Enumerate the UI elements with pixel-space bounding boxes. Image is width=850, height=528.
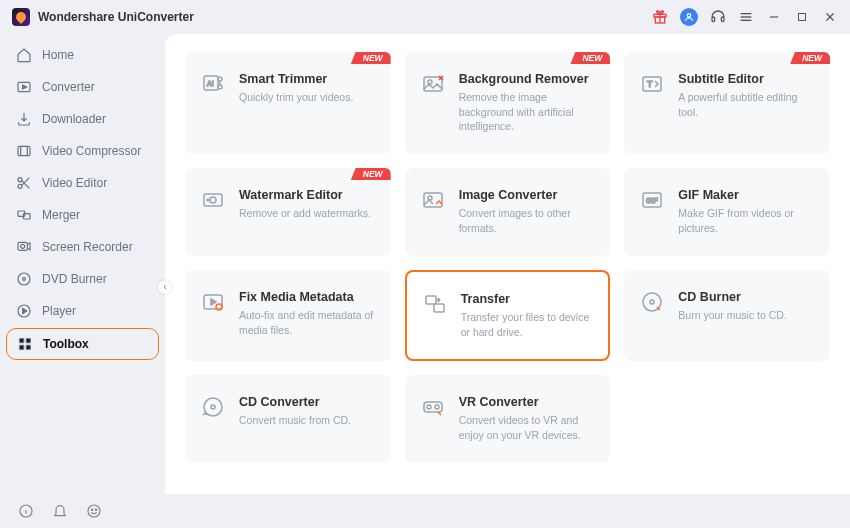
svg-point-36 <box>218 77 222 81</box>
tool-desc: Transfer your files to device or hard dr… <box>461 310 593 339</box>
image-convert-icon <box>421 188 445 212</box>
svg-point-62 <box>427 405 431 409</box>
tool-text: CD BurnerBurn your music to CD. <box>678 290 814 323</box>
sidebar-item-merger[interactable]: Merger <box>6 200 159 230</box>
tool-text: Background RemoverRemove the image backg… <box>459 72 595 134</box>
footer-bar <box>0 494 165 528</box>
sidebar-item-label: Video Editor <box>42 176 107 190</box>
tool-title: Transfer <box>461 292 593 306</box>
svg-text:AI: AI <box>207 80 214 87</box>
close-button[interactable] <box>822 9 838 25</box>
svg-point-46 <box>210 197 216 203</box>
svg-rect-33 <box>26 345 30 349</box>
sidebar-item-home[interactable]: Home <box>6 40 159 70</box>
tool-text: CD ConverterConvert music from CD. <box>239 395 375 428</box>
sidebar-item-label: Screen Recorder <box>42 240 133 254</box>
tool-text: VR ConverterConvert videos to VR and enj… <box>459 395 595 442</box>
tool-card-cd-converter[interactable]: CD ConverterConvert music from CD. <box>185 375 391 463</box>
info-icon[interactable] <box>18 503 34 519</box>
account-icon[interactable] <box>680 8 698 26</box>
tool-desc: Remove or add watermarks. <box>239 206 375 221</box>
sidebar-item-converter[interactable]: Converter <box>6 72 159 102</box>
tool-card-vr-converter[interactable]: VR ConverterConvert videos to VR and enj… <box>405 375 611 463</box>
sidebar-collapse-button[interactable]: ‹ <box>158 280 172 294</box>
download-icon <box>16 111 32 127</box>
svg-rect-5 <box>721 17 724 22</box>
svg-point-60 <box>211 405 215 409</box>
tool-title: Image Converter <box>459 188 595 202</box>
sidebar-item-label: Video Compressor <box>42 144 141 158</box>
svg-point-59 <box>204 398 222 416</box>
sidebar-item-screen-recorder[interactable]: Screen Recorder <box>6 232 159 262</box>
tool-card-watermark-editor[interactable]: NEWWatermark EditorRemove or add waterma… <box>185 168 391 256</box>
tool-desc: Make GIF from videos or pictures. <box>678 206 814 235</box>
svg-rect-4 <box>712 17 715 22</box>
transfer-icon <box>423 292 447 316</box>
svg-point-25 <box>21 244 25 248</box>
new-badge: NEW <box>351 168 391 180</box>
tool-card-gif-maker[interactable]: GIFGIF MakerMake GIF from videos or pict… <box>624 168 830 256</box>
tool-card-image-converter[interactable]: Image ConverterConvert images to other f… <box>405 168 611 256</box>
tool-card-fix-media-metadata[interactable]: Fix Media MetadataAuto-fix and edit meta… <box>185 270 391 361</box>
svg-point-27 <box>23 278 26 281</box>
tool-text: TransferTransfer your files to device or… <box>461 292 593 339</box>
sidebar-item-dvd-burner[interactable]: DVD Burner <box>6 264 159 294</box>
app-logo <box>12 8 30 26</box>
svg-rect-31 <box>26 339 30 343</box>
svg-point-63 <box>435 405 439 409</box>
svg-text:T: T <box>647 79 653 89</box>
svg-point-67 <box>88 505 100 517</box>
svg-rect-15 <box>18 146 30 155</box>
new-badge: NEW <box>790 52 830 64</box>
tool-desc: Auto-fix and edit metadata of media file… <box>239 308 375 337</box>
bell-icon[interactable] <box>52 503 68 519</box>
tool-card-transfer[interactable]: TransferTransfer your files to device or… <box>405 270 611 361</box>
cd-convert-icon <box>201 395 225 419</box>
sidebar-item-label: Home <box>42 48 74 62</box>
gif-icon: GIF <box>640 188 664 212</box>
tool-grid: NEWAISmart TrimmerQuickly trim your vide… <box>185 52 830 463</box>
tool-title: CD Converter <box>239 395 375 409</box>
sidebar-item-player[interactable]: Player <box>6 296 159 326</box>
svg-rect-10 <box>799 14 806 21</box>
sidebar-item-label: Converter <box>42 80 95 94</box>
tool-text: Watermark EditorRemove or add watermarks… <box>239 188 375 221</box>
svg-text:GIF: GIF <box>646 197 658 204</box>
tool-text: GIF MakerMake GIF from videos or picture… <box>678 188 814 235</box>
new-badge: NEW <box>570 52 610 64</box>
sidebar-item-video-compressor[interactable]: Video Compressor <box>6 136 159 166</box>
tool-text: Smart TrimmerQuickly trim your videos. <box>239 72 375 105</box>
svg-rect-48 <box>424 193 442 207</box>
disc-icon <box>16 271 32 287</box>
app-title: Wondershare UniConverter <box>38 10 194 24</box>
tool-card-subtitle-editor[interactable]: NEWTSubtitle EditorA powerful subtitle e… <box>624 52 830 154</box>
sidebar-item-label: Player <box>42 304 76 318</box>
tool-desc: Burn your music to CD. <box>678 308 814 323</box>
feedback-icon[interactable] <box>86 503 102 519</box>
tool-desc: Convert images to other formats. <box>459 206 595 235</box>
tool-text: Subtitle EditorA powerful subtitle editi… <box>678 72 814 119</box>
sidebar-item-toolbox[interactable]: Toolbox <box>6 328 159 360</box>
svg-rect-56 <box>434 304 444 312</box>
minimize-button[interactable] <box>766 9 782 25</box>
tool-title: Subtitle Editor <box>678 72 814 86</box>
tool-card-background-remover[interactable]: NEWBackground RemoverRemove the image ba… <box>405 52 611 154</box>
sidebar-item-video-editor[interactable]: Video Editor <box>6 168 159 198</box>
tool-card-cd-burner[interactable]: CD BurnerBurn your music to CD. <box>624 270 830 361</box>
scissors-icon <box>16 175 32 191</box>
svg-point-47 <box>207 199 209 201</box>
svg-marker-14 <box>23 85 27 89</box>
support-icon[interactable] <box>710 9 726 25</box>
subtitle-icon: T <box>640 72 664 96</box>
ai-trim-icon: AI <box>201 72 225 96</box>
svg-point-68 <box>91 509 92 510</box>
watermark-icon <box>201 188 225 212</box>
tool-card-smart-trimmer[interactable]: NEWAISmart TrimmerQuickly trim your vide… <box>185 52 391 154</box>
maximize-button[interactable] <box>794 9 810 25</box>
sidebar-item-downloader[interactable]: Downloader <box>6 104 159 134</box>
metadata-icon <box>201 290 225 314</box>
tool-title: VR Converter <box>459 395 595 409</box>
gift-icon[interactable] <box>652 9 668 25</box>
tool-desc: Remove the image background with artific… <box>459 90 595 134</box>
menu-icon[interactable] <box>738 9 754 25</box>
